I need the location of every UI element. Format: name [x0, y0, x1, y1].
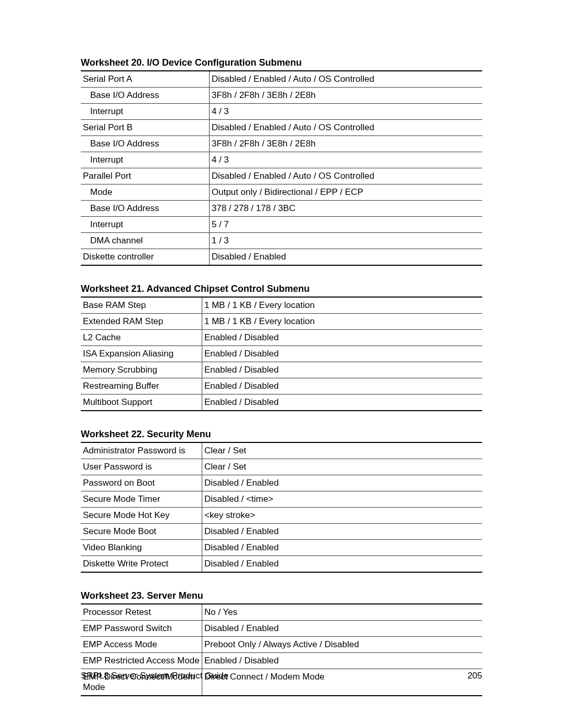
table-row: DMA channel1 / 3 — [81, 233, 482, 249]
row-value: Disabled / <time> — [202, 491, 483, 508]
table-row: Restreaming BufferEnabled / Disabled — [81, 378, 482, 394]
page-footer: SRPL8 Server System Product Guide 205 — [81, 671, 482, 681]
row-label: Extended RAM Step — [81, 314, 202, 330]
row-value: Disabled / Enabled — [202, 556, 483, 573]
row-label: Serial Port A — [81, 71, 210, 88]
row-label: Interrupt — [81, 104, 210, 120]
row-value: 3F8h / 2F8h / 3E8h / 2E8h — [210, 88, 483, 104]
table-row: Parallel PortDisabled / Enabled / Auto /… — [81, 168, 482, 184]
table-row: EMP Restricted Access ModeEnabled / Disa… — [81, 653, 482, 669]
table-row: Processor RetestNo / Yes — [81, 604, 482, 621]
row-value: Enabled / Disabled — [202, 362, 483, 378]
table-row: Interrupt4 / 3 — [81, 152, 482, 168]
row-label: EMP Access Mode — [81, 637, 202, 653]
table-row: Memory ScrubbingEnabled / Disabled — [81, 362, 482, 378]
row-value: 4 / 3 — [210, 104, 483, 120]
footer-page-number: 205 — [468, 671, 482, 681]
row-value: Enabled / Disabled — [202, 378, 483, 394]
table-row: Serial Port ADisabled / Enabled / Auto /… — [81, 71, 482, 88]
row-label: Base I/O Address — [81, 88, 210, 104]
row-value: 3F8h / 2F8h / 3E8h / 2E8h — [210, 136, 483, 152]
table-row: Serial Port BDisabled / Enabled / Auto /… — [81, 120, 482, 136]
row-value: <key stroke> — [202, 508, 483, 524]
table-row: Interrupt4 / 3 — [81, 104, 482, 120]
worksheet-table: Administrator Password isClear / SetUser… — [81, 442, 482, 573]
row-value: Disabled / Enabled — [202, 621, 483, 637]
row-value: Clear / Set — [202, 442, 483, 459]
row-label: Password on Boot — [81, 475, 202, 491]
row-label: Administrator Password is — [81, 442, 202, 459]
table-row: Base RAM Step1 MB / 1 KB / Every locatio… — [81, 297, 482, 314]
row-label: ISA Expansion Aliasing — [81, 346, 202, 362]
row-label: Base RAM Step — [81, 297, 202, 314]
row-value: 1 MB / 1 KB / Every location — [202, 297, 483, 314]
row-value: Disabled / Enabled / Auto / OS Controlle… — [210, 71, 483, 88]
row-label: User Password is — [81, 459, 202, 475]
row-value: 378 / 278 / 178 / 3BC — [210, 201, 483, 217]
table-row: Base I/O Address378 / 278 / 178 / 3BC — [81, 201, 482, 217]
table-row: EMP Access ModePreboot Only / Always Act… — [81, 637, 482, 653]
row-value: 4 / 3 — [210, 152, 483, 168]
row-value: Preboot Only / Always Active / Disabled — [202, 637, 483, 653]
row-value: Disabled / Enabled — [202, 475, 483, 491]
row-label: Secure Mode Hot Key — [81, 508, 202, 524]
row-value: No / Yes — [202, 604, 483, 621]
row-value: Enabled / Disabled — [202, 394, 483, 411]
row-value: Disabled / Enabled — [202, 524, 483, 540]
row-value: Disabled / Enabled / Auto / OS Controlle… — [210, 120, 483, 136]
table-row: Secure Mode BootDisabled / Enabled — [81, 524, 482, 540]
table-row: ISA Expansion AliasingEnabled / Disabled — [81, 346, 482, 362]
row-value: Disabled / Enabled — [202, 540, 483, 556]
row-value: Disabled / Enabled / Auto / OS Controlle… — [210, 168, 483, 184]
worksheet-title: Worksheet 21. Advanced Chipset Control S… — [81, 283, 482, 294]
row-label: Mode — [81, 184, 210, 201]
row-label: Parallel Port — [81, 168, 210, 184]
row-value: 1 / 3 — [210, 233, 483, 249]
table-row: Diskette controllerDisabled / Enabled — [81, 249, 482, 266]
row-label: Interrupt — [81, 217, 210, 233]
table-row: Multiboot SupportEnabled / Disabled — [81, 394, 482, 411]
row-label: Video Blanking — [81, 540, 202, 556]
row-label: Processor Retest — [81, 604, 202, 621]
worksheet-title: Worksheet 22. Security Menu — [81, 429, 482, 440]
row-label: Secure Mode Timer — [81, 491, 202, 508]
row-label: EMP Restricted Access Mode — [81, 653, 202, 669]
table-row: EMP Password SwitchDisabled / Enabled — [81, 621, 482, 637]
row-value: Disabled / Enabled — [210, 249, 483, 266]
table-row: Secure Mode TimerDisabled / <time> — [81, 491, 482, 508]
row-label: Interrupt — [81, 152, 210, 168]
worksheet-title: Worksheet 20. I/O Device Configuration S… — [81, 57, 482, 68]
table-row: Base I/O Address3F8h / 2F8h / 3E8h / 2E8… — [81, 136, 482, 152]
table-row: Secure Mode Hot Key<key stroke> — [81, 508, 482, 524]
table-row: Extended RAM Step1 MB / 1 KB / Every loc… — [81, 314, 482, 330]
row-value: Enabled / Disabled — [202, 653, 483, 669]
row-label: Secure Mode Boot — [81, 524, 202, 540]
row-value: Enabled / Disabled — [202, 346, 483, 362]
row-label: Restreaming Buffer — [81, 378, 202, 394]
table-row: Password on BootDisabled / Enabled — [81, 475, 482, 491]
footer-title: SRPL8 Server System Product Guide — [81, 671, 228, 681]
row-label: L2 Cache — [81, 330, 202, 346]
row-value: 5 / 7 — [210, 217, 483, 233]
row-value: Output only / Bidirectional / EPP / ECP — [210, 184, 483, 201]
document-page: Worksheet 20. I/O Device Configuration S… — [0, 0, 563, 728]
table-row: Base I/O Address3F8h / 2F8h / 3E8h / 2E8… — [81, 88, 482, 104]
row-value: Enabled / Disabled — [202, 330, 483, 346]
row-label: Memory Scrubbing — [81, 362, 202, 378]
worksheet-table: Base RAM Step1 MB / 1 KB / Every locatio… — [81, 297, 482, 411]
table-row: Video BlankingDisabled / Enabled — [81, 540, 482, 556]
row-value: Clear / Set — [202, 459, 483, 475]
table-row: L2 CacheEnabled / Disabled — [81, 330, 482, 346]
table-row: User Password isClear / Set — [81, 459, 482, 475]
tables-container: Worksheet 20. I/O Device Configuration S… — [81, 57, 482, 696]
worksheet-table: Processor RetestNo / YesEMP Password Swi… — [81, 603, 482, 696]
worksheet-table: Serial Port ADisabled / Enabled / Auto /… — [81, 70, 482, 266]
worksheet-title: Worksheet 23. Server Menu — [81, 590, 482, 601]
row-label: Serial Port B — [81, 120, 210, 136]
row-label: Base I/O Address — [81, 136, 210, 152]
table-row: Administrator Password isClear / Set — [81, 442, 482, 459]
table-row: Diskette Write ProtectDisabled / Enabled — [81, 556, 482, 573]
row-value: 1 MB / 1 KB / Every location — [202, 314, 483, 330]
row-label: Diskette Write Protect — [81, 556, 202, 573]
table-row: ModeOutput only / Bidirectional / EPP / … — [81, 184, 482, 201]
